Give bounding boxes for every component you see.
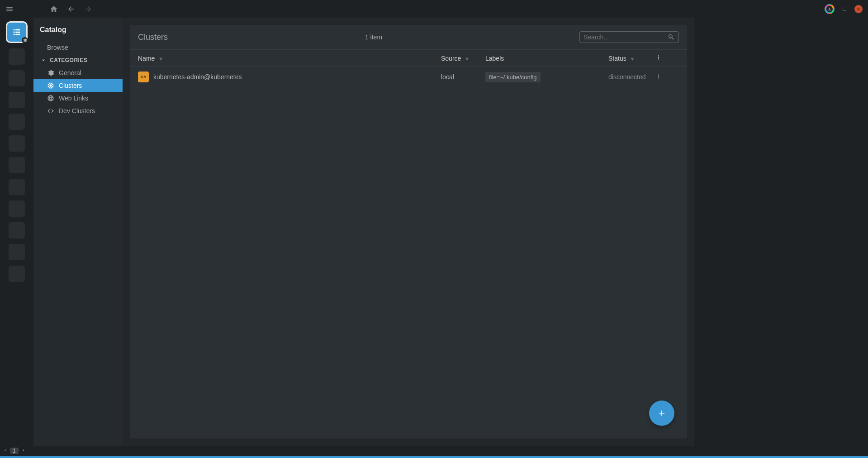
page-prev-button[interactable] xyxy=(3,448,7,454)
menu-icon xyxy=(5,5,14,13)
dots-vertical-icon xyxy=(655,54,662,61)
cluster-status: disconnected xyxy=(608,73,646,81)
close-icon xyxy=(856,7,861,11)
chevron-right-icon xyxy=(21,448,26,453)
column-header-menu[interactable] xyxy=(649,54,662,62)
square-icon xyxy=(842,6,847,11)
sidebar-section-label: CATEGORIES xyxy=(50,57,87,63)
home-icon xyxy=(50,5,58,13)
sidebar-item-weblinks[interactable]: Web Links xyxy=(33,92,123,105)
home-button[interactable] xyxy=(50,5,58,13)
accent-bar xyxy=(0,456,868,458)
nav-rail xyxy=(0,18,33,446)
hamburger-menu-button[interactable] xyxy=(5,5,14,13)
page-indicator[interactable]: 1 xyxy=(10,448,19,454)
code-icon xyxy=(47,107,54,114)
sidebar-item-label: Browse xyxy=(47,44,68,51)
main-area: Clusters 1 item Name ▼ Source ▼ Labels xyxy=(123,18,694,446)
cluster-source: local xyxy=(441,73,454,81)
rail-slot[interactable] xyxy=(9,135,25,152)
chevron-left-icon xyxy=(3,448,7,453)
plus-icon xyxy=(657,409,666,418)
nav-forward-button[interactable] xyxy=(84,5,92,13)
rail-slot[interactable] xyxy=(9,114,25,130)
rail-catalog-button[interactable] xyxy=(6,21,28,43)
helm-icon xyxy=(47,82,54,89)
arrow-right-icon xyxy=(84,5,92,13)
sidebar-section-categories[interactable]: CATEGORIES xyxy=(33,54,123,67)
sidebar-item-clusters[interactable]: Clusters xyxy=(33,79,123,92)
dots-vertical-icon xyxy=(655,73,662,80)
table-row[interactable]: KA kubernetes-admin@kubernetes local fil… xyxy=(130,67,687,87)
row-menu-button[interactable] xyxy=(649,73,662,81)
sidebar-item-browse[interactable]: Browse xyxy=(33,41,123,54)
desktop-gap xyxy=(694,18,868,446)
account-button[interactable] xyxy=(825,4,835,14)
nav-back-button[interactable] xyxy=(67,5,75,13)
arrow-left-icon xyxy=(67,5,75,13)
sidebar-item-label: General xyxy=(59,69,81,76)
panel-header: Clusters 1 item xyxy=(130,25,687,50)
sidebar-item-label: Dev Clusters xyxy=(59,107,95,114)
window-close-button[interactable] xyxy=(854,5,863,13)
rail-slot[interactable] xyxy=(9,222,25,239)
add-cluster-fab[interactable] xyxy=(649,401,674,426)
rail-slot[interactable] xyxy=(9,157,25,173)
sort-arrow-icon: ▼ xyxy=(630,56,635,62)
rail-slot[interactable] xyxy=(9,92,25,108)
column-header-labels[interactable]: Labels xyxy=(485,55,608,62)
sidebar-item-general[interactable]: General xyxy=(33,67,123,79)
titlebar xyxy=(0,0,868,18)
search-input[interactable] xyxy=(583,33,668,41)
label-chip: file=~/.kube/config xyxy=(485,72,541,82)
window-maximize-button[interactable] xyxy=(842,5,847,13)
panel-title: Clusters xyxy=(138,33,168,42)
chevron-down-icon xyxy=(40,57,47,64)
table-header: Name ▼ Source ▼ Labels Status ▼ xyxy=(130,50,687,67)
column-header-status[interactable]: Status ▼ xyxy=(608,55,649,62)
sidebar-item-dev-clusters[interactable]: Dev Clusters xyxy=(33,105,123,117)
footer: 1 xyxy=(0,446,868,456)
rail-slot[interactable] xyxy=(9,200,25,217)
column-header-source[interactable]: Source ▼ xyxy=(441,55,485,62)
sidebar-title: Catalog xyxy=(33,24,123,41)
sort-arrow-icon: ▼ xyxy=(158,56,163,62)
cluster-name: kubernetes-admin@kubernetes xyxy=(153,73,242,81)
search-icon xyxy=(668,33,675,41)
list-icon xyxy=(12,27,22,37)
search-input-wrap[interactable] xyxy=(579,31,679,43)
rail-slot[interactable] xyxy=(9,244,25,260)
sort-arrow-icon: ▼ xyxy=(465,56,470,62)
sidebar: Catalog Browse CATEGORIES General Cluste… xyxy=(33,18,123,446)
item-count: 1 item xyxy=(168,33,579,41)
rail-slot[interactable] xyxy=(9,70,25,86)
column-header-name[interactable]: Name ▼ xyxy=(138,55,441,62)
rail-slot[interactable] xyxy=(9,266,25,282)
sidebar-item-label: Web Links xyxy=(59,95,88,102)
globe-icon xyxy=(47,95,54,102)
sidebar-item-label: Clusters xyxy=(59,82,82,89)
user-icon xyxy=(826,6,833,12)
gear-icon xyxy=(47,69,54,76)
gear-icon xyxy=(23,38,27,43)
page-next-button[interactable] xyxy=(21,448,26,454)
clusters-panel: Clusters 1 item Name ▼ Source ▼ Labels xyxy=(130,25,687,439)
rail-slot[interactable] xyxy=(9,48,25,65)
rail-settings-badge[interactable] xyxy=(22,37,28,43)
rail-slot[interactable] xyxy=(9,179,25,195)
cluster-avatar: KA xyxy=(138,72,149,82)
